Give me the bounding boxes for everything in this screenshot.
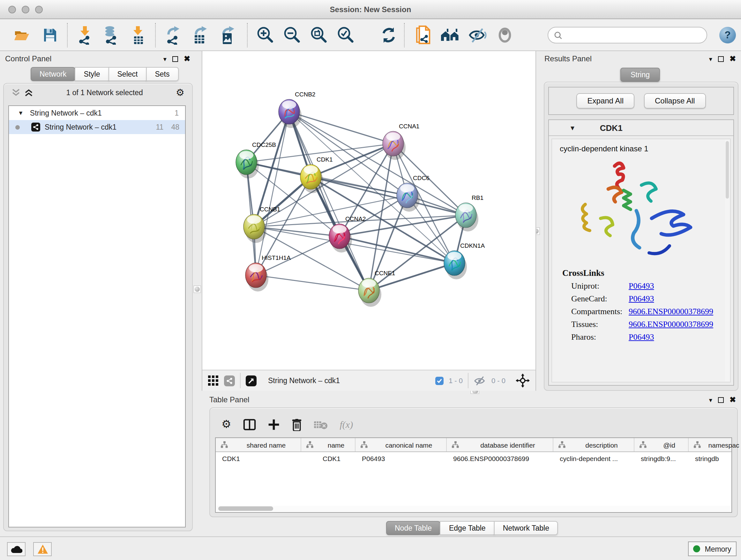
node-HIST1H1A[interactable] <box>246 263 268 292</box>
close-window-button[interactable] <box>8 6 16 13</box>
node-CCNB2[interactable] <box>279 99 301 128</box>
cell--id[interactable]: stringdb:9... <box>634 452 689 466</box>
tab-node-table[interactable]: Node Table <box>386 521 441 535</box>
cell-namespac[interactable]: stringdb <box>689 452 741 466</box>
column-header-name[interactable]: name <box>301 438 355 451</box>
search-input[interactable] <box>566 31 701 39</box>
crosslink-link[interactable]: P06493 <box>629 294 654 304</box>
results-scrollbar[interactable] <box>725 140 730 381</box>
node-CCNA2[interactable] <box>329 224 352 253</box>
tab-network[interactable]: Network <box>30 67 75 81</box>
zoom-fit-button[interactable] <box>308 23 329 47</box>
network-row[interactable]: String Network – cdk1 11 48 <box>9 120 185 134</box>
crosslink-link[interactable]: P06493 <box>629 281 654 291</box>
search-box[interactable] <box>548 27 707 44</box>
network-options-gear-icon[interactable]: ⚙ <box>176 88 185 97</box>
float-panel-icon[interactable] <box>718 397 724 402</box>
edge-CCNA2-CDKN1A[interactable] <box>340 236 455 263</box>
crosslink-link[interactable]: 9606.ENSP00000378699 <box>629 307 713 317</box>
column-header-namespac[interactable]: namespac <box>689 438 741 451</box>
gene-section-header[interactable]: ▼ CDK1 <box>549 120 733 136</box>
panel-menu-icon[interactable]: ▾ <box>709 396 712 403</box>
warning-button[interactable] <box>33 542 52 556</box>
network-view-icon[interactable] <box>224 375 235 386</box>
panel-menu-icon[interactable]: ▾ <box>163 55 166 62</box>
maximize-window-button[interactable] <box>35 6 43 13</box>
panel-menu-icon[interactable]: ▾ <box>709 55 712 62</box>
export-table-button[interactable] <box>190 23 211 47</box>
column-header-database-identifier[interactable]: database identifier <box>447 438 553 451</box>
edge-HIST1H1A-CCNE1[interactable] <box>256 275 369 291</box>
float-panel-icon[interactable] <box>172 56 178 62</box>
edge-CCNB2-HIST1H1A[interactable] <box>256 112 289 275</box>
float-panel-icon[interactable] <box>718 56 724 62</box>
zoom-in-button[interactable] <box>254 23 276 47</box>
cell-name[interactable]: CDK1 <box>301 452 355 466</box>
cloud-button[interactable] <box>7 542 25 556</box>
grid-view-icon[interactable] <box>208 375 219 386</box>
expand-all-button[interactable]: Expand All <box>577 93 634 109</box>
import-table-button[interactable] <box>128 23 149 47</box>
import-network-button[interactable] <box>75 23 96 47</box>
open-session-button[interactable] <box>10 23 32 47</box>
cell-database-identifier[interactable]: 9606.ENSP00000378699 <box>447 452 553 466</box>
crosslink-link[interactable]: 9606.ENSP00000378699 <box>629 319 713 329</box>
tab-string[interactable]: String <box>620 68 660 82</box>
selected-checkbox-icon[interactable] <box>435 376 444 385</box>
column-header-canonical-name[interactable]: canonical name <box>355 438 447 451</box>
create-column-plus-icon[interactable] <box>268 419 280 430</box>
show-columns-icon[interactable] <box>244 419 256 430</box>
left-splitter-handle[interactable] <box>193 286 201 293</box>
export-network-button[interactable] <box>163 23 185 47</box>
tab-select[interactable]: Select <box>109 67 147 81</box>
help-button[interactable]: ? <box>719 27 736 44</box>
crosslink-link[interactable]: P06493 <box>629 332 654 342</box>
close-panel-icon[interactable]: ✖ <box>730 56 736 62</box>
network-collection-row[interactable]: ▼ String Network – cdk1 1 <box>9 106 185 120</box>
zoom-out-button[interactable] <box>281 23 302 47</box>
close-panel-icon[interactable]: ✖ <box>184 56 190 62</box>
table-options-gear-icon[interactable]: ⚙ <box>221 420 231 429</box>
close-panel-icon[interactable]: ✖ <box>730 396 736 403</box>
fit-content-crosshair-icon[interactable] <box>516 374 530 388</box>
edge-CCNB2-RB1[interactable] <box>289 112 466 215</box>
section-expanded-icon[interactable]: ▼ <box>569 124 576 131</box>
node-CDKN1A[interactable] <box>444 251 467 279</box>
table-row[interactable]: CDK1CDK1P064939606.ENSP00000378699cyclin… <box>216 452 731 466</box>
collapse-all-icon[interactable] <box>11 88 20 97</box>
column-header--id[interactable]: @id <box>634 438 689 451</box>
node-CCNE1[interactable] <box>358 278 381 307</box>
tab-edge-table[interactable]: Edge Table <box>440 521 495 535</box>
tab-style[interactable]: Style <box>75 67 109 81</box>
minimize-window-button[interactable] <box>22 6 29 13</box>
show-hidden-button[interactable] <box>494 23 516 47</box>
memory-button[interactable]: Memory <box>688 542 737 556</box>
save-session-button[interactable] <box>39 23 61 47</box>
node-CDC6[interactable] <box>397 183 420 212</box>
expand-all-icon[interactable] <box>24 88 33 97</box>
collapse-all-button[interactable]: Collapse All <box>644 93 705 109</box>
node-CDC25B[interactable] <box>236 150 259 179</box>
cell-description[interactable]: cyclin-dependent ... <box>553 452 634 466</box>
edge-CCNB2-CCNE1[interactable] <box>289 112 369 291</box>
tab-sets[interactable]: Sets <box>146 67 179 81</box>
column-header-description[interactable]: description <box>553 438 634 451</box>
network-canvas[interactable]: CCNB2CCNA1CDC25BCDK1CDC6RB1CCNB1CCNA2CDK… <box>202 51 536 370</box>
edge-CDKN1A-CCNE1[interactable] <box>369 263 455 291</box>
show-all-views-button[interactable] <box>439 23 461 47</box>
tab-network-table[interactable]: Network Table <box>494 521 558 535</box>
cell-canonical-name[interactable]: P06493 <box>355 452 447 466</box>
cell-shared-name[interactable]: CDK1 <box>216 452 301 466</box>
hide-selected-button[interactable] <box>467 23 488 47</box>
refresh-button[interactable] <box>378 23 400 47</box>
zoom-selected-button[interactable] <box>334 23 356 47</box>
table-horizontal-scrollbar[interactable] <box>216 506 731 511</box>
import-network-from-database-button[interactable] <box>101 23 123 47</box>
collection-expanded-icon[interactable]: ▼ <box>18 110 23 116</box>
delete-column-trash-icon[interactable] <box>292 419 302 431</box>
string-document-button[interactable] <box>412 23 434 47</box>
column-header-shared-name[interactable]: shared name <box>216 438 301 451</box>
edge-CCNB2-CCNA1[interactable] <box>289 112 393 144</box>
node-RB1[interactable] <box>455 203 478 232</box>
birds-eye-view-icon[interactable] <box>246 375 257 386</box>
